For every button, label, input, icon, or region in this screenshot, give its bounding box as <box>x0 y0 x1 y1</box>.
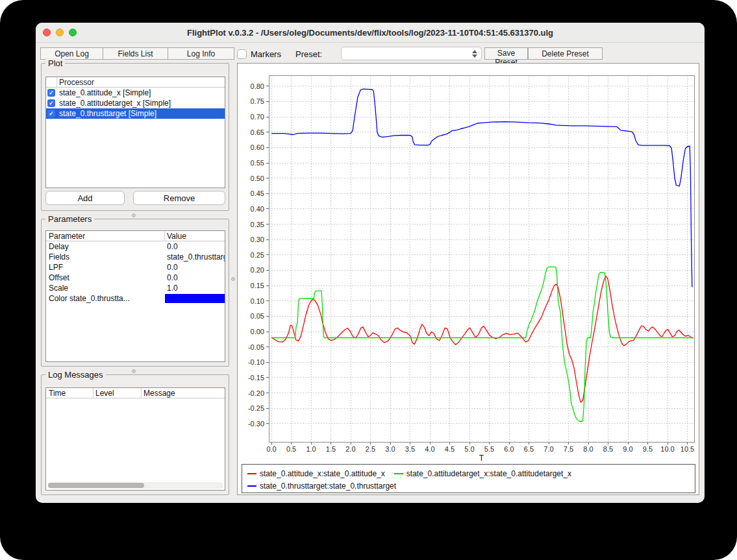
y-tick-label: 0.35 <box>251 221 264 228</box>
preset-label: Preset: <box>295 49 322 59</box>
titlebar: FlightPlot v.0.3.2 - /Users/oleg/Documen… <box>36 23 705 43</box>
markers-checkbox[interactable] <box>237 49 247 59</box>
y-tick-label: 0.75 <box>251 97 264 105</box>
log-info-button[interactable]: Log Info <box>168 48 234 59</box>
y-tick-label: 0.70 <box>251 113 264 121</box>
y-tick-label: 0.65 <box>251 128 264 136</box>
parameter-row[interactable]: LPF0.0 <box>46 262 225 273</box>
y-tick-label: 0.10 <box>251 297 264 305</box>
processor-row-label: state_0.thrusttarget [Simple] <box>59 108 156 119</box>
y-tick-label: 0.30 <box>251 236 264 243</box>
x-tick-label: 2.5 <box>366 445 375 453</box>
processor-column-header: Processor <box>59 78 94 87</box>
line-chart[interactable]: 0.00.51.01.52.02.53.03.54.04.55.05.56.06… <box>238 64 700 463</box>
splitpane-handle[interactable] <box>132 369 136 373</box>
x-tick-label: 3.5 <box>405 445 415 453</box>
y-tick-label: -0.15 <box>248 374 264 382</box>
processor-row[interactable]: ✓state_0.attitudetarget_x [Simple] <box>46 98 225 108</box>
processor-row[interactable]: ✓state_0.attitude_x [Simple] <box>46 88 225 98</box>
scrollbar-thumb[interactable] <box>48 483 144 488</box>
x-tick-label: 3.0 <box>385 445 395 453</box>
x-tick-label: 8.0 <box>583 445 593 453</box>
horizontal-scrollbar[interactable] <box>47 482 223 489</box>
x-tick-label: 7.0 <box>543 445 553 453</box>
parameter-value: 0.0 <box>167 241 178 252</box>
x-tick-label: 8.5 <box>603 445 613 453</box>
parameter-name: LPF <box>49 262 63 273</box>
save-preset-button[interactable]: Save Preset <box>484 47 528 60</box>
splitpane-handle[interactable] <box>132 213 136 217</box>
x-tick-label: 5.0 <box>464 445 474 453</box>
y-tick-label: 0.05 <box>251 312 264 320</box>
processor-row[interactable]: ✓state_0.thrusttarget [Simple] <box>46 108 225 119</box>
y-tick-label: -0.05 <box>248 343 264 351</box>
y-tick-label: -0.25 <box>248 404 264 412</box>
y-tick-label: 0.45 <box>251 189 264 197</box>
time-column-header: Time <box>49 389 66 398</box>
flightplot-window: FlightPlot v.0.3.2 - /Users/oleg/Documen… <box>36 23 705 503</box>
x-tick-label: 4.0 <box>425 445 434 453</box>
y-tick-label: -0.30 <box>248 420 264 428</box>
legend-line-swatch <box>394 473 403 474</box>
parameter-row[interactable]: Offset0.0 <box>46 273 225 283</box>
delete-preset-button[interactable]: Delete Preset <box>528 47 603 60</box>
parameter-name: Delay <box>49 241 69 252</box>
x-tick-label: 7.5 <box>564 445 573 453</box>
toolbar-button-group: Open Log Fields List Log Info <box>40 47 234 60</box>
parameter-row[interactable]: Delay0.0 <box>46 241 225 252</box>
legend-entry: state_0.thrusttarget:state_0.thrusttarge… <box>247 481 396 491</box>
y-tick-label: 0.80 <box>251 82 264 90</box>
legend-label: state_0.thrusttarget:state_0.thrusttarge… <box>260 481 396 491</box>
preset-combobox[interactable] <box>341 47 482 60</box>
log-messages-panel-title: Log Messages <box>45 370 106 380</box>
parameter-name: Color state_0.thrustta... <box>49 293 130 304</box>
y-tick-label: 0.20 <box>251 266 264 274</box>
plot-area[interactable] <box>269 75 694 442</box>
x-tick-label: 6.5 <box>524 445 534 453</box>
chart-legend: state_0.attitude_x:state_0.attitude_xsta… <box>242 464 695 493</box>
color-swatch[interactable] <box>165 294 225 303</box>
parameter-value: 0.0 <box>167 262 178 273</box>
chart-panel: 0.00.51.01.52.02.53.03.54.04.55.05.56.06… <box>237 63 699 495</box>
x-tick-label: 5.5 <box>484 445 494 453</box>
x-tick-label: 9.5 <box>643 445 653 453</box>
parameters-table[interactable]: Parameter Value Delay0.0Fieldsstate_0.th… <box>45 230 225 362</box>
y-tick-label: 0.50 <box>251 175 264 182</box>
window-title: FlightPlot v.0.3.2 - /Users/oleg/Documen… <box>36 23 705 43</box>
log-messages-table[interactable]: Time Level Message <box>45 387 225 491</box>
fields-list-button[interactable]: Fields List <box>103 48 168 59</box>
y-tick-label: -0.20 <box>248 389 264 397</box>
log-table-header: Time Level Message <box>46 388 225 398</box>
parameter-color-row[interactable]: Color state_0.thrustta... <box>46 293 225 304</box>
processor-table[interactable]: Processor ✓state_0.attitude_x [Simple]✓s… <box>45 77 225 188</box>
row-checkbox[interactable]: ✓ <box>47 110 55 117</box>
plot-panel-title: Plot <box>45 58 65 68</box>
add-button[interactable]: Add <box>45 191 125 205</box>
row-checkbox[interactable]: ✓ <box>47 99 55 107</box>
screenshot-background: FlightPlot v.0.3.2 - /Users/oleg/Documen… <box>0 0 737 560</box>
legend-line-swatch <box>247 473 256 474</box>
x-tick-label: 1.0 <box>306 445 316 453</box>
legend-label: state_0.attitudetarget_x:state_0.attitud… <box>406 469 571 478</box>
splitpane-handle[interactable] <box>231 277 235 281</box>
legend-entry: state_0.attitudetarget_x:state_0.attitud… <box>394 469 571 478</box>
processor-row-label: state_0.attitude_x [Simple] <box>59 88 151 98</box>
message-column-header: Message <box>144 389 175 398</box>
x-tick-label: 10.0 <box>660 445 674 453</box>
parameter-row[interactable]: Fieldsstate_0.thrusttarget <box>46 252 225 262</box>
x-tick-label: 0.5 <box>286 445 296 453</box>
x-tick-label: 0.0 <box>266 445 276 453</box>
y-tick-label: 0.40 <box>251 205 264 213</box>
x-tick-label: 6.0 <box>504 445 514 453</box>
combobox-stepper-icon[interactable] <box>471 49 479 59</box>
parameter-name: Offset <box>49 273 69 283</box>
parameter-row[interactable]: Scale1.0 <box>46 283 225 293</box>
y-tick-label: 0.60 <box>251 143 264 151</box>
legend-line-swatch <box>247 485 256 487</box>
processor-row-label: state_0.attitudetarget_x [Simple] <box>59 98 171 108</box>
legend-label: state_0.attitude_x:state_0.attitude_x <box>260 469 385 478</box>
processor-table-header: Processor <box>46 77 225 88</box>
remove-button[interactable]: Remove <box>133 191 225 205</box>
open-log-button[interactable]: Open Log <box>41 48 103 59</box>
row-checkbox[interactable]: ✓ <box>47 89 55 97</box>
